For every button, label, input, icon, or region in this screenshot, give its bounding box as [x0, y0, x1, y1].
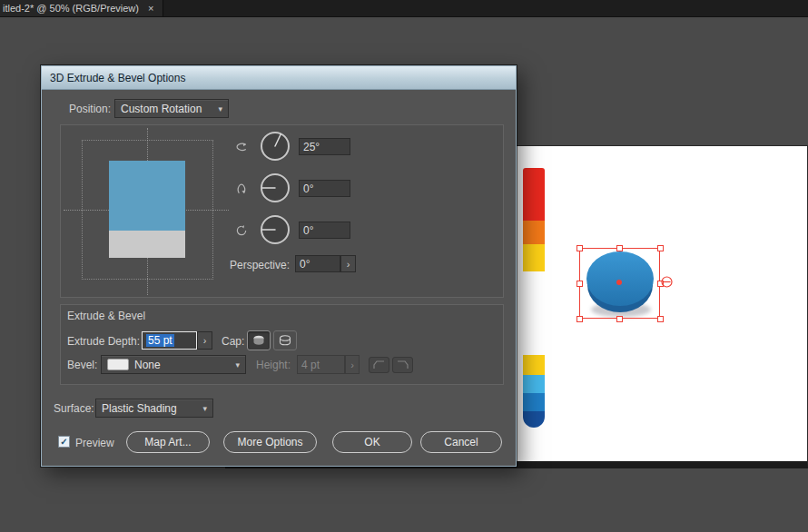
position-dropdown-value: Custom Rotation [121, 103, 202, 115]
selection-handle-bottom-center[interactable] [616, 316, 623, 322]
cap-label: Cap: [222, 335, 244, 348]
selection-handle-bottom-left[interactable] [576, 316, 583, 322]
extrude-depth-value: 55 pt [146, 334, 174, 347]
document-tab-title: itled-2* @ 50% (RGB/Preview) [3, 3, 139, 14]
document-tab-bar: itled-2* @ 50% (RGB/Preview) × [0, 0, 808, 17]
extrude-bevel-dialog: 3D Extrude & Bevel Options Position: Cus… [41, 65, 517, 467]
preview-label: Preview [75, 437, 114, 449]
preview-checkbox[interactable]: ✓ [58, 436, 70, 448]
selection-handle-top-center[interactable] [616, 245, 623, 251]
artwork-strip-segment[interactable] [523, 244, 545, 271]
bevel-height-stepper-button: › [345, 355, 360, 374]
artwork-strip-segment[interactable] [523, 355, 545, 375]
track-cube-extrude-face[interactable] [109, 231, 185, 258]
bevel-dropdown[interactable]: None ▾ [101, 355, 246, 374]
bevel-extent-out-button [369, 357, 389, 373]
artwork-strip-segment[interactable] [523, 393, 545, 411]
map-art-button-label: Map Art... [144, 436, 191, 448]
cancel-button-label: Cancel [444, 436, 478, 448]
chevron-right-icon: › [350, 360, 354, 370]
chevron-right-icon: › [203, 335, 207, 346]
rotate-y-axis-icon [234, 182, 249, 196]
document-tab[interactable]: itled-2* @ 50% (RGB/Preview) × [0, 0, 163, 16]
bevel-extent-out-icon [373, 360, 385, 369]
chevron-down-icon: ▾ [235, 360, 240, 369]
rotate-y-field[interactable]: 0° [299, 180, 350, 197]
chevron-right-icon: › [347, 259, 350, 270]
rotate-x-value: 25° [303, 141, 320, 153]
cap-on-button[interactable] [247, 330, 271, 350]
selection-rotate-widget[interactable] [661, 276, 673, 288]
perspective-stepper-button[interactable]: › [340, 255, 356, 272]
dialog-title-bar[interactable]: 3D Extrude & Bevel Options [42, 66, 516, 90]
rotate-z-dial[interactable] [260, 214, 291, 245]
surface-label: Surface: [54, 402, 94, 415]
dial-face [260, 131, 291, 162]
chevron-down-icon: ▾ [202, 404, 207, 413]
ok-button[interactable]: OK [332, 431, 412, 453]
bevel-label: Bevel: [67, 359, 97, 371]
rotate-x-dial[interactable] [260, 131, 291, 162]
selection-handle-mid-left[interactable] [576, 281, 583, 287]
extrude-depth-field[interactable]: 55 pt [142, 331, 197, 350]
artwork-strip-segment[interactable] [523, 411, 545, 428]
selection-handle-top-right[interactable] [657, 245, 664, 251]
selection-center-anchor[interactable] [616, 280, 622, 285]
dialog-title: 3D Extrude & Bevel Options [50, 72, 185, 84]
tab-close-icon[interactable]: × [148, 3, 153, 14]
rotate-y-value: 0° [303, 182, 313, 195]
rotate-target-icon [661, 276, 673, 288]
chevron-down-icon: ▾ [218, 104, 222, 113]
artwork-strip-segment[interactable] [523, 221, 545, 244]
track-cube-front-face[interactable] [109, 161, 185, 231]
position-label: Position: [69, 103, 111, 115]
rotate-x-axis-icon [234, 140, 249, 154]
selection-handle-bottom-right[interactable] [657, 316, 664, 322]
artwork-strip-segment[interactable] [523, 168, 545, 221]
bevel-extent-in-button [392, 357, 413, 373]
illustrator-window: itled-2* @ 50% (RGB/Preview) × 3D Extrud… [0, 0, 808, 532]
cap-off-button[interactable] [273, 330, 297, 350]
rotate-z-axis-icon [234, 223, 249, 238]
extrude-bevel-section-title: Extrude & Bevel [67, 310, 145, 322]
bevel-preview-swatch [107, 359, 129, 370]
surface-dropdown-value: Plastic Shading [102, 402, 177, 415]
perspective-label: Perspective: [230, 259, 290, 271]
dial-face [260, 172, 291, 203]
surface-dropdown[interactable]: Plastic Shading ▾ [95, 399, 213, 418]
rotate-x-field[interactable]: 25° [299, 138, 350, 155]
ok-button-label: OK [364, 436, 379, 448]
bevel-height-field: 4 pt [297, 355, 345, 374]
extrude-depth-label: Extrude Depth: [67, 335, 140, 348]
more-options-button-label: More Options [237, 436, 302, 448]
perspective-value: 0° [300, 258, 310, 271]
cancel-button[interactable]: Cancel [420, 431, 502, 453]
check-icon: ✓ [60, 437, 67, 447]
artwork-strip-segment[interactable] [523, 271, 545, 355]
bevel-extent-in-icon [397, 360, 409, 369]
bevel-height-label: Height: [256, 359, 291, 371]
artwork-strip-segment[interactable] [523, 375, 545, 393]
extrude-depth-stepper-button[interactable]: › [197, 331, 212, 350]
more-options-button[interactable]: More Options [223, 431, 317, 453]
bevel-dropdown-value: None [134, 359, 161, 371]
position-dropdown[interactable]: Custom Rotation ▾ [114, 99, 229, 118]
map-art-button[interactable]: Map Art... [126, 431, 210, 453]
perspective-field[interactable]: 0° [295, 255, 340, 272]
cap-solid-icon [251, 334, 266, 347]
selection-handle-top-left[interactable] [576, 245, 583, 251]
bevel-height-value: 4 pt [301, 359, 320, 371]
artwork-strip[interactable] [523, 168, 545, 428]
rotate-z-field[interactable]: 0° [299, 222, 350, 239]
rotate-y-dial[interactable] [260, 172, 291, 203]
cap-hollow-icon [278, 334, 292, 347]
rotate-z-value: 0° [303, 224, 313, 237]
dial-face [260, 214, 291, 245]
